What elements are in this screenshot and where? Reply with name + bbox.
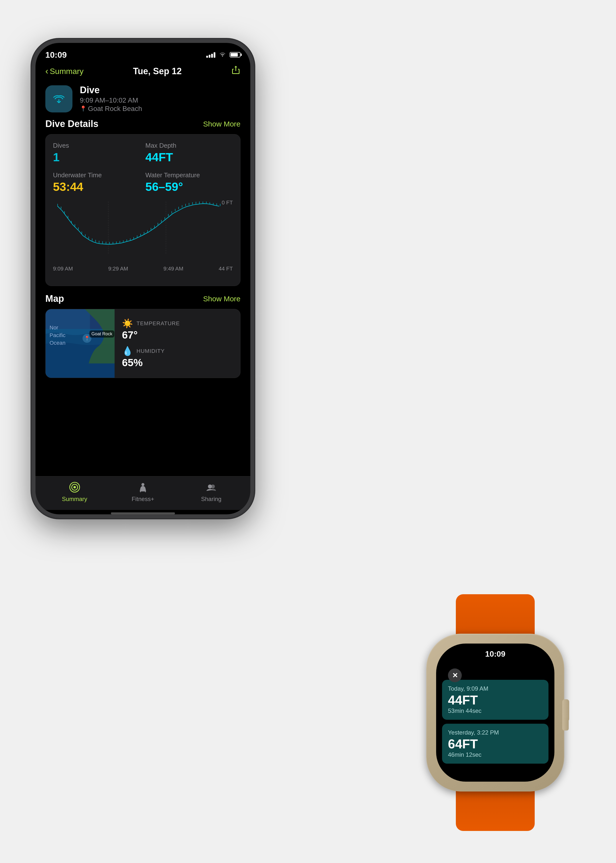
watch-time: 10:09 xyxy=(485,649,505,658)
workout-header: Dive 9:09 AM–10:02 AM 📍 Goat Rock Beach xyxy=(36,81,250,119)
iphone: 10:09 xyxy=(32,39,254,518)
signal-icon xyxy=(206,52,215,58)
map-weather: ☀️ TEMPERATURE 67° 💧 HUMIDITY 65% xyxy=(115,309,240,378)
dynamic-island xyxy=(121,47,165,58)
watch-status-bar: 10:09 xyxy=(442,649,548,658)
status-icons xyxy=(206,51,240,59)
stat-underwater-time-value: 53:44 xyxy=(53,180,140,194)
sharing-tab-icon xyxy=(204,480,218,494)
chart-label-zero: 0 FT xyxy=(222,200,233,206)
nav-title: Tue, Sep 12 xyxy=(133,66,182,76)
watch-card-today-date: Today, 9:09 AM xyxy=(448,685,542,692)
dive-chart: 0 FT xyxy=(53,200,233,279)
stat-water-temp-label: Water Temperature xyxy=(145,172,233,179)
stat-max-depth-label: Max Depth xyxy=(145,142,233,150)
stat-underwater-time: Underwater Time 53:44 xyxy=(53,172,140,194)
dive-details-show-more[interactable]: Show More xyxy=(203,120,240,128)
tab-fitness[interactable]: Fitness+ xyxy=(128,480,158,502)
watch-screen: 10:09 ✕ Today, 9:09 AM 44FT 53min 44sec … xyxy=(436,644,555,782)
stat-water-temp: Water Temperature 56–59° xyxy=(145,172,233,194)
watch-card-yesterday-date: Yesterday, 3:22 PM xyxy=(448,729,542,736)
workout-title: Dive xyxy=(80,85,142,95)
svg-point-57 xyxy=(141,483,145,486)
watch-card-yesterday-duration: 46min 12sec xyxy=(448,751,542,758)
tab-summary[interactable]: Summary xyxy=(60,480,90,502)
watch-card-today: Today, 9:09 AM 44FT 53min 44sec xyxy=(442,680,548,720)
apple-watch: 10:09 ✕ Today, 9:09 AM 44FT 53min 44sec … xyxy=(394,594,596,831)
chart-time-label-3: 9:49 AM xyxy=(163,266,183,272)
scene: 10:09 xyxy=(0,0,616,863)
nav-back-label: Summary xyxy=(50,67,83,76)
map-section-title: Map xyxy=(46,293,64,304)
tab-summary-label: Summary xyxy=(62,496,87,502)
home-indicator xyxy=(111,512,175,514)
svg-point-61 xyxy=(211,485,215,488)
map-card: Nor Pacific Ocean 📍 Goat Rock ☀️ TEMPERA… xyxy=(46,309,240,378)
sun-icon: ☀️ xyxy=(122,318,133,329)
wifi-icon xyxy=(219,51,226,59)
tab-sharing[interactable]: Sharing xyxy=(196,480,226,502)
temperature-label: TEMPERATURE xyxy=(137,320,180,327)
nav-bar: ‹ Summary Tue, Sep 12 xyxy=(36,63,250,81)
watch-card-today-depth: 44FT xyxy=(448,694,542,706)
stat-dives: Dives 1 xyxy=(53,142,140,164)
map-thumbnail: Nor Pacific Ocean 📍 Goat Rock xyxy=(46,309,115,378)
stats-grid: Dives 1 Max Depth 44FT Underwater Time 5… xyxy=(53,142,233,194)
humidity-value: 65% xyxy=(122,357,233,369)
workout-info: Dive 9:09 AM–10:02 AM 📍 Goat Rock Beach xyxy=(80,85,142,113)
stat-underwater-time-label: Underwater Time xyxy=(53,172,140,179)
stat-dives-label: Dives xyxy=(53,142,140,150)
tab-sharing-label: Sharing xyxy=(201,496,222,502)
stats-card: Dives 1 Max Depth 44FT Underwater Time 5… xyxy=(46,134,240,286)
stat-dives-value: 1 xyxy=(53,150,140,164)
share-button[interactable] xyxy=(231,65,240,77)
chart-time-label-2: 9:29 AM xyxy=(108,266,128,272)
map-section-header: Map Show More xyxy=(36,293,250,309)
watch-card-yesterday: Yesterday, 3:22 PM 64FT 46min 12sec xyxy=(442,724,548,764)
humidity-section: 💧 HUMIDITY 65% xyxy=(122,346,233,369)
watch-close-button[interactable]: ✕ xyxy=(448,668,462,682)
iphone-screen: 10:09 xyxy=(36,43,250,514)
chevron-left-icon: ‹ xyxy=(46,66,48,76)
workout-icon xyxy=(46,85,72,112)
chart-time-label-1: 9:09 AM xyxy=(53,266,73,272)
stat-max-depth: Max Depth 44FT xyxy=(145,142,233,164)
map-show-more[interactable]: Show More xyxy=(203,294,240,303)
map-section: Map Show More xyxy=(36,293,250,378)
watch-case: 10:09 ✕ Today, 9:09 AM 44FT 53min 44sec … xyxy=(426,634,564,792)
status-time: 10:09 xyxy=(46,50,67,60)
watch-card-today-duration: 53min 44sec xyxy=(448,707,542,714)
temperature-section: ☀️ TEMPERATURE 67° xyxy=(122,318,233,341)
summary-tab-icon xyxy=(68,480,82,494)
tab-bar: Summary Fitness+ xyxy=(36,476,250,510)
nav-back-button[interactable]: ‹ Summary xyxy=(46,66,83,76)
humidity-icon: 💧 xyxy=(122,346,133,356)
dive-details-header: Dive Details Show More xyxy=(36,119,250,134)
watch-card-yesterday-depth: 64FT xyxy=(448,737,542,750)
chart-time-labels: 9:09 AM 9:29 AM 9:49 AM 44 FT xyxy=(53,266,233,272)
dive-chart-svg xyxy=(53,200,233,264)
watch-cards: Today, 9:09 AM 44FT 53min 44sec Yesterda… xyxy=(442,680,548,764)
map-location-label: Goat Rock xyxy=(90,331,114,337)
workout-time-range: 9:09 AM–10:02 AM xyxy=(80,96,142,104)
tab-fitness-label: Fitness+ xyxy=(132,496,154,502)
humidity-label: HUMIDITY xyxy=(137,348,165,354)
workout-location: 📍 Goat Rock Beach xyxy=(80,105,142,113)
dive-details-title: Dive Details xyxy=(46,119,98,129)
temperature-value: 67° xyxy=(122,329,233,341)
chart-depth-label: 44 FT xyxy=(219,266,233,272)
map-ocean-label: Nor Pacific Ocean xyxy=(50,324,66,346)
location-pin-icon: 📍 xyxy=(80,106,86,112)
stat-water-temp-value: 56–59° xyxy=(145,180,233,194)
fitness-tab-icon xyxy=(136,480,150,494)
svg-point-56 xyxy=(74,486,76,488)
watch-button xyxy=(562,718,569,731)
watch-content: ✕ Today, 9:09 AM 44FT 53min 44sec Yester… xyxy=(442,663,548,776)
stat-max-depth-value: 44FT xyxy=(145,150,233,164)
battery-icon xyxy=(229,52,240,57)
